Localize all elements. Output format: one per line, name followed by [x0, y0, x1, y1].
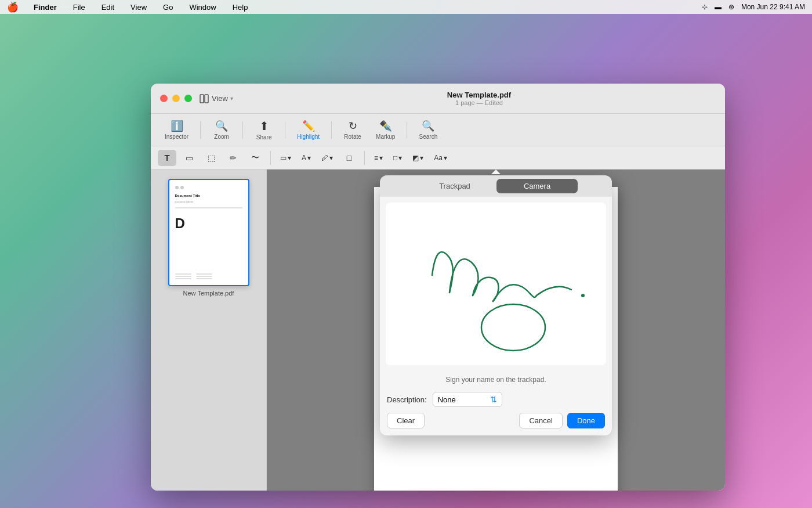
doc-title: New Template.pdf [242, 91, 716, 99]
thumb-footer-line-6 [196, 278, 212, 279]
description-select[interactable]: None ⇅ [433, 392, 502, 407]
share-icon: ⬆ [259, 119, 269, 133]
camera-tab[interactable]: Camera [496, 179, 578, 193]
menubar-help[interactable]: Help [229, 2, 252, 13]
apple-menu[interactable]: 🍎 [7, 2, 19, 13]
toolbar-sep-4 [331, 121, 332, 139]
signature-instructions: Sign your name on the trackpad. [380, 371, 612, 388]
stamp-dropdown[interactable]: 🖊 ▾ [318, 153, 336, 163]
search-button[interactable]: 🔍 Search [414, 117, 442, 142]
border-chevron: ▾ [398, 154, 402, 162]
markup-sep-2 [364, 151, 365, 165]
border-icon: □ [393, 154, 397, 162]
description-select-arrows: ⇅ [490, 395, 497, 404]
thumb-footer-line-2 [175, 276, 191, 277]
lines-chevron: ▾ [379, 154, 383, 162]
rect-select-tool[interactable]: ▭ [180, 150, 198, 166]
toolbar: ℹ️ Inspector 🔍 Zoom ⬆ Share ✏️ Highlight… [151, 114, 725, 146]
fullscreen-button[interactable] [184, 95, 192, 102]
svg-point-3 [481, 304, 545, 351]
inspector-icon: ℹ️ [171, 120, 183, 132]
description-label: Description: [387, 395, 427, 404]
menubar-view[interactable]: View [127, 2, 150, 13]
menubar-file[interactable]: File [70, 2, 89, 13]
search-label: Search [419, 134, 438, 140]
minimize-button[interactable] [172, 95, 180, 102]
close-button[interactable] [160, 95, 168, 102]
signature-tab-bar: Trackpad Camera [380, 175, 612, 197]
font-dropdown[interactable]: Aa ▾ [430, 153, 451, 163]
desktop: View ▾ New Template.pdf 1 page — Edited … [0, 14, 812, 508]
freehand-tool[interactable]: 〜 [246, 150, 264, 166]
markup-label: Markup [376, 134, 395, 140]
text-style-chevron: ▾ [307, 154, 311, 162]
doc-subtitle: 1 page — Edited [242, 99, 716, 106]
text-tool[interactable]: T [158, 150, 176, 166]
border-dropdown[interactable]: □ ▾ [390, 153, 405, 163]
cancel-button[interactable]: Cancel [519, 413, 562, 428]
thumbnail-name: New Template.pdf [183, 290, 234, 297]
done-button[interactable]: Done [567, 413, 605, 428]
highlight-label: Highlight [297, 134, 320, 140]
thumb-footer-line-3 [175, 278, 191, 279]
stamp-icon: 🖊 [321, 154, 328, 162]
markup-icon: ✒️ [379, 120, 392, 132]
lines-dropdown[interactable]: ≡ ▾ [371, 153, 386, 163]
text-style-dropdown[interactable]: A ▾ [298, 153, 314, 163]
shape-icon: ▭ [280, 154, 287, 162]
markup-toolbar: T ▭ ⬚ ✏ 〜 ▭ ▾ A ▾ 🖊 ▾ □ ≡ ▾ [151, 146, 725, 170]
inspector-button[interactable]: ℹ️ Inspector [160, 117, 193, 142]
doc-info: New Template.pdf 1 page — Edited [242, 91, 716, 106]
markup-button[interactable]: ✒️ Markup [371, 117, 400, 142]
thumb-footer-col-1 [175, 273, 191, 279]
zoom-label: Zoom [214, 134, 229, 140]
toolbar-sep-1 [200, 121, 201, 139]
search-icon: 🔍 [422, 120, 434, 132]
thumbnail-item[interactable]: Document Title Document subtitle D [165, 179, 252, 297]
rect-tool[interactable]: □ [340, 150, 358, 166]
view-icon [199, 93, 209, 104]
signature-svg [386, 203, 606, 365]
zoom-icon: 🔍 [215, 120, 228, 132]
fill-dropdown[interactable]: ◩ ▾ [409, 153, 427, 163]
thumb-dot-2 [180, 186, 184, 189]
preview-window: View ▾ New Template.pdf 1 page — Edited … [151, 84, 725, 491]
battery-icon: ▬ [715, 3, 722, 11]
trackpad-tab[interactable]: Trackpad [414, 179, 495, 193]
stamp-chevron: ▾ [329, 154, 333, 162]
thumb-dot-1 [175, 186, 179, 189]
share-button[interactable]: ⬆ Share [250, 117, 278, 143]
thumb-big-letter: D [175, 215, 242, 232]
font-chevron: ▾ [444, 154, 447, 162]
rotate-button[interactable]: ↻ Rotate [339, 117, 367, 142]
thumb-dots [175, 186, 242, 189]
signature-canvas[interactable] [386, 203, 606, 365]
thumb-line-1 [175, 207, 242, 208]
highlight-button[interactable]: ✏️ Highlight [292, 117, 324, 142]
draw-tool[interactable]: ✏ [224, 150, 242, 166]
highlight-icon: ✏️ [302, 120, 315, 132]
signature-dialog: Trackpad Camera [380, 175, 612, 435]
fill-chevron: ▾ [420, 154, 423, 162]
dialog-pointer [491, 170, 501, 174]
clear-button[interactable]: Clear [387, 413, 425, 428]
menubar-finder[interactable]: Finder [30, 2, 60, 13]
content-area: Document Title Document subtitle D [151, 170, 725, 491]
shape-dropdown[interactable]: ▭ ▾ [277, 153, 295, 163]
rotate-label: Rotate [344, 134, 361, 140]
menubar-window[interactable]: Window [186, 2, 219, 13]
menubar-go[interactable]: Go [160, 2, 176, 13]
view-toggle[interactable]: View ▾ [199, 93, 233, 104]
signature-button-row: Clear Cancel Done [380, 413, 612, 435]
svg-point-2 [581, 294, 585, 297]
inspector-label: Inspector [165, 134, 188, 140]
svg-rect-0 [200, 95, 204, 103]
sidebar: Document Title Document subtitle D [151, 170, 267, 491]
lasso-tool[interactable]: ⬚ [202, 150, 220, 166]
toolbar-sep-2 [242, 121, 243, 139]
thumb-subtitle: Document subtitle [175, 200, 242, 203]
thumb-footer-line-4 [196, 273, 212, 275]
thumb-footer-line-5 [196, 276, 212, 277]
zoom-button[interactable]: 🔍 Zoom [208, 117, 235, 142]
menubar-edit[interactable]: Edit [98, 2, 118, 13]
